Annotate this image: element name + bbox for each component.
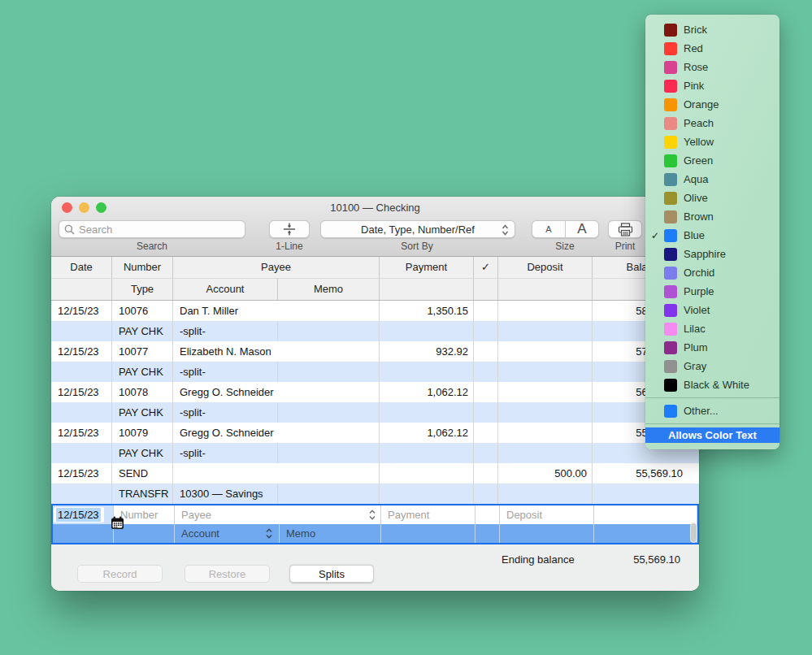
cell-date[interactable]: 12/15/23	[51, 463, 112, 484]
cell-payment[interactable]: 1,062.12	[380, 382, 474, 402]
cell-payee[interactable]: Elizabeth N. Mason	[173, 341, 380, 362]
minimize-button[interactable]	[79, 202, 89, 213]
cell-payment[interactable]: 1,062.12	[380, 423, 474, 443]
menu-item-black-and-white[interactable]: Black & White	[645, 375, 779, 394]
cell-payee[interactable]: Dan T. Miller	[173, 301, 380, 321]
account-field[interactable]: Account	[175, 524, 280, 543]
menu-item-purple[interactable]: Purple	[645, 282, 779, 301]
cell-cleared[interactable]	[474, 382, 498, 402]
menu-item-other[interactable]: Other...	[645, 401, 779, 420]
menu-item-brick[interactable]: Brick	[645, 20, 779, 39]
table-row[interactable]: 12/15/23 10078 Gregg O. Schneider 1,062.…	[51, 382, 699, 402]
menu-item-peach[interactable]: Peach	[645, 114, 779, 132]
cell-deposit[interactable]	[498, 341, 593, 362]
cell-date[interactable]: 12/15/23	[51, 341, 112, 362]
cell-deposit[interactable]	[498, 382, 593, 402]
table-row[interactable]: 12/15/23 10077 Elizabeth N. Mason 932.92…	[51, 341, 699, 362]
cell-deposit[interactable]	[498, 301, 593, 321]
table-row-detail[interactable]: PAY CHK -split-	[51, 443, 699, 463]
restore-button[interactable]: Restore	[185, 565, 270, 583]
menu-item-brown[interactable]: Brown	[645, 207, 779, 226]
cell-date[interactable]: 12/15/23	[51, 423, 112, 443]
table-row-detail[interactable]: PAY CHK -split-	[51, 321, 699, 341]
menu-item-blue[interactable]: ✓Blue	[645, 226, 779, 245]
calendar-icon[interactable]	[111, 516, 124, 530]
cell-memo[interactable]	[278, 362, 380, 382]
cell-account[interactable]: 10300 — Savings	[173, 484, 278, 504]
menu-item-gray[interactable]: Gray	[645, 357, 779, 375]
cell-account[interactable]: -split-	[173, 443, 278, 463]
menu-item-sapphire[interactable]: Sapphire	[645, 245, 779, 263]
size-small-button[interactable]: A	[532, 221, 566, 237]
cell-deposit[interactable]: 500.00	[498, 463, 593, 484]
cell-account[interactable]: -split-	[173, 321, 278, 341]
cell-type[interactable]: PAY CHK	[112, 402, 173, 423]
cell-type[interactable]: PAY CHK	[112, 362, 173, 382]
cleared-field[interactable]	[475, 505, 500, 524]
cell-date[interactable]: 12/15/23	[51, 301, 112, 321]
cell-type[interactable]: PAY CHK	[112, 443, 173, 463]
cell-account[interactable]: -split-	[173, 402, 278, 423]
payment-field[interactable]: Payment	[381, 505, 475, 524]
menu-item-pink[interactable]: Pink	[645, 76, 779, 95]
cell-cleared[interactable]	[474, 463, 498, 484]
menu-item-green[interactable]: Green	[645, 151, 779, 170]
cell-payment[interactable]: 1,350.15	[380, 301, 474, 321]
cell-number[interactable]: 10076	[112, 301, 173, 321]
vertical-scrollbar-thumb[interactable]	[690, 523, 697, 543]
cell-number[interactable]: 10079	[112, 423, 173, 443]
menu-item-allows-color-text[interactable]: Allows Color Text	[645, 427, 779, 443]
cell-type[interactable]: PAY CHK	[112, 321, 173, 341]
menu-item-violet[interactable]: Violet	[645, 301, 779, 319]
close-button[interactable]	[62, 202, 72, 213]
cell-number[interactable]: 10078	[112, 382, 173, 402]
cell-payee[interactable]: Gregg O. Schneider	[173, 423, 380, 443]
cell-number[interactable]: SEND	[112, 463, 173, 484]
table-row[interactable]: 12/15/23 SEND 500.00 55,569.10	[51, 463, 699, 484]
cell-memo[interactable]	[278, 443, 380, 463]
table-row-detail[interactable]: TRANSFR 10300 — Savings	[51, 484, 699, 504]
splits-button[interactable]: Splits	[289, 565, 374, 583]
cell-number[interactable]: 10077	[112, 341, 173, 362]
menu-item-yellow[interactable]: Yellow	[645, 132, 779, 151]
cell-account[interactable]: -split-	[173, 362, 278, 382]
table-row[interactable]: 12/15/23 10076 Dan T. Miller 1,350.15 58…	[51, 301, 699, 321]
one-line-button[interactable]	[269, 220, 310, 238]
cell-cleared[interactable]	[474, 423, 498, 443]
cell-cleared[interactable]	[474, 301, 498, 321]
menu-item-red[interactable]: Red	[645, 39, 779, 58]
menu-item-rose[interactable]: Rose	[645, 58, 779, 76]
chevron-up-down-icon[interactable]	[369, 510, 376, 520]
cell-memo[interactable]	[278, 484, 380, 504]
search-input[interactable]: Search	[59, 220, 245, 238]
cell-type[interactable]: TRANSFR	[112, 484, 173, 504]
menu-item-orchid[interactable]: Orchid	[645, 263, 779, 282]
sort-by-dropdown[interactable]: Date, Type, Number/Ref	[320, 220, 515, 238]
menu-item-orange[interactable]: Orange	[645, 95, 779, 114]
menu-item-olive[interactable]: Olive	[645, 189, 779, 207]
table-row[interactable]: 12/15/23 10079 Gregg O. Schneider 1,062.…	[51, 423, 699, 443]
memo-field[interactable]: Memo	[280, 524, 381, 543]
cell-payment[interactable]	[380, 463, 474, 484]
menu-item-lilac[interactable]: Lilac	[645, 319, 779, 338]
print-button[interactable]	[608, 220, 642, 238]
menu-item-aqua[interactable]: Aqua	[645, 170, 779, 189]
cell-memo[interactable]	[278, 402, 380, 423]
payee-field[interactable]: Payee	[175, 505, 381, 524]
cell-payee[interactable]: Gregg O. Schneider	[173, 382, 380, 402]
table-row-detail[interactable]: PAY CHK -split-	[51, 402, 699, 423]
cell-payment[interactable]: 932.92	[380, 341, 474, 362]
cell-payee[interactable]	[173, 463, 380, 484]
zoom-button[interactable]	[96, 202, 106, 213]
cell-cleared[interactable]	[474, 341, 498, 362]
date-field[interactable]: 12/15/23	[53, 505, 114, 524]
cell-date[interactable]: 12/15/23	[51, 382, 112, 402]
cell-deposit[interactable]	[498, 423, 593, 443]
titlebar[interactable]: 10100 — Checking	[51, 197, 699, 218]
table-row-detail[interactable]: PAY CHK -split-	[51, 362, 699, 382]
size-large-button[interactable]: A	[566, 221, 598, 237]
menu-item-plum[interactable]: Plum	[645, 338, 779, 357]
deposit-field[interactable]: Deposit	[500, 505, 594, 524]
record-button[interactable]: Record	[77, 565, 163, 583]
cell-memo[interactable]	[278, 321, 380, 341]
